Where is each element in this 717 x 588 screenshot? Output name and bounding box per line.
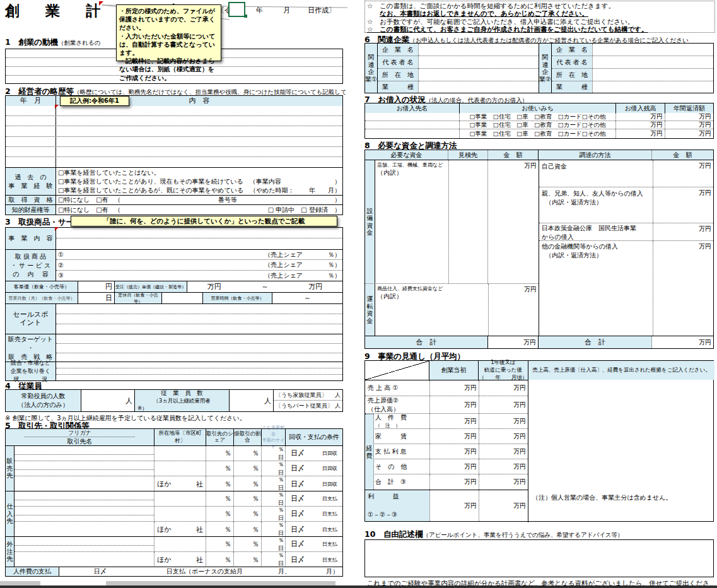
value-cell[interactable] xyxy=(419,81,539,93)
terms-cell[interactable]: 日〆日支払 xyxy=(286,491,342,506)
content-cell[interactable] xyxy=(56,147,342,156)
content-cell[interactable] xyxy=(56,157,342,167)
share-cell[interactable]: ％ xyxy=(206,552,234,567)
self-funds-amount[interactable]: 万円 xyxy=(653,160,713,187)
sales-after-cell[interactable]: 万円 xyxy=(479,380,528,396)
quote-cell[interactable] xyxy=(448,160,488,283)
usage-checkboxes[interactable]: □事業 □住宅 □車 □教育 □カード□その他 xyxy=(460,121,616,129)
family-loan-amount[interactable]: 万円 xyxy=(653,187,713,223)
labor-after-cell[interactable]: 万円 xyxy=(479,414,528,428)
other-initial-cell[interactable]: 万円 xyxy=(429,459,479,474)
product-row-1[interactable]: ①（売上シェア ％） xyxy=(56,250,342,260)
rent-initial-cell[interactable]: 万円 xyxy=(429,429,479,444)
value-cell[interactable] xyxy=(593,81,713,93)
working-amount-cell[interactable]: 万円 xyxy=(488,284,539,336)
bill-cell[interactable]: ％日 xyxy=(262,476,286,491)
cogs-after-cell[interactable]: 万円 xyxy=(479,396,528,413)
bill-cell[interactable]: ％日 xyxy=(262,522,286,537)
employee-count-cell[interactable]: 人 xyxy=(230,390,274,411)
partner-name-cell[interactable] xyxy=(15,522,154,537)
address-cell[interactable] xyxy=(154,537,206,551)
profit-after-cell[interactable]: 万円 xyxy=(479,490,528,521)
terms-cell[interactable]: 日〆日回収 xyxy=(286,476,342,491)
rent-after-cell[interactable]: 万円 xyxy=(479,429,528,444)
terms-cell[interactable]: 日〆日支払 xyxy=(286,507,342,521)
required-total-amount[interactable]: 万円 xyxy=(488,336,539,348)
terms-cell[interactable]: 日〆日回収 xyxy=(286,461,342,476)
balance-cell[interactable]: 万円 xyxy=(616,113,665,121)
equipment-amount-cell[interactable]: 万円 xyxy=(488,160,539,283)
partner-name-cell[interactable] xyxy=(15,507,154,521)
value-cell[interactable] xyxy=(593,69,713,81)
repayment-cell[interactable]: 万円 xyxy=(665,129,713,138)
payroll-cell[interactable]: 日〆 日支払（ボーナスの支給月 月、 月） xyxy=(59,567,342,576)
repayment-cell[interactable]: 万円 xyxy=(665,121,713,129)
other-bank-loan-amount[interactable]: 万円 xyxy=(653,241,713,336)
share-cell[interactable]: ％ xyxy=(206,507,234,521)
repayment-cell[interactable]: 万円 xyxy=(665,113,713,121)
credit-cell[interactable]: ％ xyxy=(234,552,262,567)
lender-cell[interactable] xyxy=(365,129,460,138)
interest-initial-cell[interactable]: 万円 xyxy=(429,444,479,459)
ip-rights-cell[interactable]: □特になし □有 （ □ 申請中 □ 登録済 ） xyxy=(56,205,342,215)
terms-cell[interactable]: 日〆日支払 xyxy=(286,522,342,537)
expense-total-after-cell[interactable]: 万円 xyxy=(479,474,528,490)
write-line[interactable] xyxy=(56,353,342,362)
credit-cell[interactable]: ％ xyxy=(234,491,262,506)
method-total-amount[interactable]: 万円 xyxy=(652,336,713,348)
lender-cell[interactable] xyxy=(365,121,460,129)
cogs-initial-cell[interactable]: 万円 xyxy=(429,396,479,413)
date-cell[interactable] xyxy=(6,126,56,136)
address-cell[interactable] xyxy=(154,461,206,476)
value-cell[interactable] xyxy=(593,56,713,69)
free-entry-box[interactable] xyxy=(364,539,714,577)
write-line[interactable] xyxy=(56,314,342,324)
content-cell[interactable] xyxy=(56,106,342,115)
past-exp-option-1[interactable]: □事業を経営していたことはない。 xyxy=(58,168,341,177)
content-cell[interactable] xyxy=(56,137,342,146)
interest-after-cell[interactable]: 万円 xyxy=(479,444,528,459)
value-cell[interactable] xyxy=(419,44,539,56)
rationale-area[interactable]: 売上高、売上原価〔仕入高〕、経費を算出された根拠をご記入ください。 （注）個人営… xyxy=(528,361,714,522)
credit-cell[interactable]: ％ xyxy=(234,522,262,537)
value-cell[interactable] xyxy=(419,69,539,81)
share-cell[interactable]: ％ xyxy=(206,446,234,461)
write-line[interactable] xyxy=(56,228,342,238)
date-cell[interactable] xyxy=(6,116,56,126)
terms-cell[interactable]: 日〆日回収 xyxy=(286,446,342,461)
date-cell[interactable] xyxy=(6,106,56,115)
past-exp-option-2[interactable]: □事業を経営していたことがあり、現在もその事業を続けている （事業内容） xyxy=(58,177,341,186)
date-cell[interactable] xyxy=(6,137,56,146)
unit-price-cell[interactable]: 円 xyxy=(78,281,115,292)
address-cell[interactable] xyxy=(154,446,206,461)
share-cell[interactable]: ％ xyxy=(206,522,234,537)
share-cell[interactable]: ％ xyxy=(206,537,234,551)
partner-name-cell[interactable] xyxy=(15,461,154,476)
write-line[interactable] xyxy=(56,344,342,353)
labor-initial-cell[interactable]: 万円 xyxy=(429,414,479,428)
date-cell[interactable] xyxy=(6,157,56,167)
active-cell[interactable] xyxy=(228,2,245,17)
holiday-cell[interactable] xyxy=(162,293,203,303)
credit-cell[interactable]: ％ xyxy=(234,507,262,521)
bill-cell[interactable]: ％日 xyxy=(262,491,286,506)
write-line[interactable] xyxy=(56,362,342,368)
jfc-loan-amount[interactable]: 万円 xyxy=(653,223,713,240)
other-after-cell[interactable]: 万円 xyxy=(479,459,528,474)
partner-name-cell[interactable] xyxy=(15,476,154,491)
order-price-cell[interactable]: 万円～万円 xyxy=(187,281,342,292)
lender-cell[interactable] xyxy=(365,113,460,121)
partner-name-cell[interactable] xyxy=(15,537,154,551)
past-exp-option-3[interactable]: □事業を経営していたことがあるが、既にその事業をやめている （やめた時期：年 月… xyxy=(58,186,341,195)
qualification-cell[interactable]: □特になし □有 （ 番号等 ） xyxy=(56,196,342,204)
expense-total-initial-cell[interactable]: 万円 xyxy=(429,474,479,490)
share-cell[interactable]: ％ xyxy=(206,461,234,476)
write-line[interactable] xyxy=(56,324,342,334)
partner-name-cell[interactable] xyxy=(15,491,154,506)
write-line[interactable] xyxy=(56,334,342,344)
credit-cell[interactable]: ％ xyxy=(234,476,262,491)
bill-cell[interactable]: ％日 xyxy=(262,461,286,476)
product-row-2[interactable]: ②（売上シェア ％） xyxy=(56,260,342,270)
bill-cell[interactable]: ％日 xyxy=(262,507,286,521)
balance-cell[interactable]: 万円 xyxy=(616,129,665,138)
